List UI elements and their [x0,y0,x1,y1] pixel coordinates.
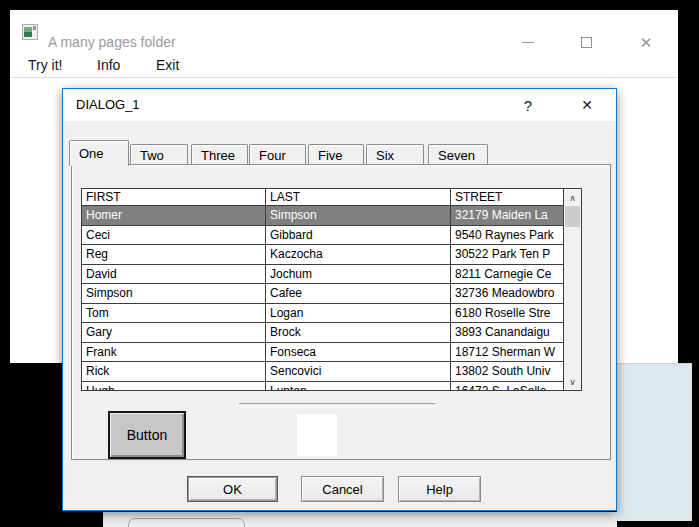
tab-two[interactable]: Two [130,144,188,165]
scroll-down-button[interactable]: ∨ [564,373,581,390]
cell-first: Reg [82,245,266,264]
cell-last: Fonseca [266,343,451,362]
table-row[interactable]: Homer Simpson 32179 Maiden La [82,206,563,226]
cell-street: 3893 Canandaigu [451,323,563,342]
maximize-icon [581,37,592,48]
menubar: Try it! Info Exit [10,54,678,78]
maximize-button[interactable] [572,28,600,56]
dialog-title: DIALOG_1 [76,89,140,121]
tab-four[interactable]: Four [249,144,306,165]
cell-first: Frank [82,343,266,362]
table-row[interactable]: David Jochum 8211 Carnegie Ce [82,265,563,285]
cell-last: Jochum [266,265,451,284]
close-icon: ✕ [640,35,653,50]
occluded-button-fragment[interactable] [128,518,245,527]
cell-street: 32736 Meadowbro [451,284,563,303]
cell-street: 30522 Park Ten P [451,245,563,264]
generic-button[interactable]: Button [108,411,186,459]
scroll-up-button[interactable]: ∧ [564,189,581,206]
cell-last: Simpson [266,206,451,225]
table-row[interactable]: Tom Logan 6180 Roselle Stre [82,304,563,324]
cell-street: 13802 South Univ [451,362,563,381]
dialog-titlebar[interactable]: DIALOG_1 ? ✕ [63,89,616,121]
app-icon [22,24,38,40]
dialog-close-button[interactable]: ✕ [569,89,605,121]
cell-first: Hugh [82,382,266,391]
desktop: A many pages folder ✕ Try it! Info Exit … [0,0,699,527]
table-header-row: FIRST LAST STREET [82,189,563,206]
data-table: FIRST LAST STREET Homer Simpson 32179 Ma… [81,188,582,391]
background-peek-window [617,363,692,521]
cell-first: Simpson [82,284,266,303]
menu-item-try-it[interactable]: Try it! [28,54,62,76]
tab-five[interactable]: Five [308,144,364,165]
cell-first: David [82,265,266,284]
column-header-street[interactable]: STREET [451,189,563,205]
cell-first: Homer [82,206,266,225]
minimize-icon [522,42,534,43]
dialog: DIALOG_1 ? ✕ One Two Three Four Five Six… [62,88,617,511]
cell-last: Logan [266,304,451,323]
help-button[interactable]: Help [398,476,481,502]
scrollbar-thumb[interactable] [565,206,580,227]
minimize-button[interactable] [514,28,542,56]
cell-last: Cafee [266,284,451,303]
menu-item-exit[interactable]: Exit [156,54,179,76]
background-window-fragment [103,512,617,527]
cell-street: 9540 Raynes Park [451,226,563,245]
cell-first: Gary [82,323,266,342]
table-body: FIRST LAST STREET Homer Simpson 32179 Ma… [82,189,563,390]
cell-first: Ceci [82,226,266,245]
table-row[interactable]: Hugh Lupton 16472 S. LaSalle [82,382,563,391]
table-row[interactable]: Ceci Gibbard 9540 Raynes Park [82,226,563,246]
cell-last: Sencovici [266,362,451,381]
table-row[interactable]: Simpson Cafee 32736 Meadowbro [82,284,563,304]
window-title: A many pages folder [48,34,176,50]
white-box [297,414,337,456]
ok-button[interactable]: OK [187,476,278,502]
horizontal-separator [239,403,435,407]
cell-last: Gibbard [266,226,451,245]
tab-six[interactable]: Six [366,144,424,165]
tab-seven[interactable]: Seven [428,144,488,165]
table-row[interactable]: Frank Fonseca 18712 Sherman W [82,343,563,363]
cell-first: Tom [82,304,266,323]
cell-street: 6180 Roselle Stre [451,304,563,323]
cell-first: Rick [82,362,266,381]
cell-street: 32179 Maiden La [451,206,563,225]
tab-one[interactable]: One [69,140,129,166]
chevron-up-icon: ∧ [569,193,576,203]
tab-three[interactable]: Three [191,144,248,165]
cell-last: Brock [266,323,451,342]
dialog-help-button[interactable]: ? [510,89,546,121]
menu-item-info[interactable]: Info [97,54,120,76]
cell-street: 18712 Sherman W [451,343,563,362]
vertical-scrollbar[interactable]: ∧ ∨ [563,189,581,390]
table-row[interactable]: Reg Kaczocha 30522 Park Ten P [82,245,563,265]
table-row[interactable]: Gary Brock 3893 Canandaigu [82,323,563,343]
chevron-down-icon: ∨ [569,377,576,387]
column-header-first[interactable]: FIRST [82,189,266,205]
help-icon: ? [524,97,532,114]
table-row[interactable]: Rick Sencovici 13802 South Univ [82,362,563,382]
close-icon: ✕ [581,97,593,113]
cancel-button[interactable]: Cancel [301,476,384,502]
cell-street: 16472 S. LaSalle [451,382,563,391]
window-titlebar[interactable]: A many pages folder ✕ [10,10,678,54]
cell-street: 8211 Carnegie Ce [451,265,563,284]
cell-last: Lupton [266,382,451,391]
cell-last: Kaczocha [266,245,451,264]
column-header-last[interactable]: LAST [266,189,451,205]
close-button[interactable]: ✕ [632,28,660,56]
